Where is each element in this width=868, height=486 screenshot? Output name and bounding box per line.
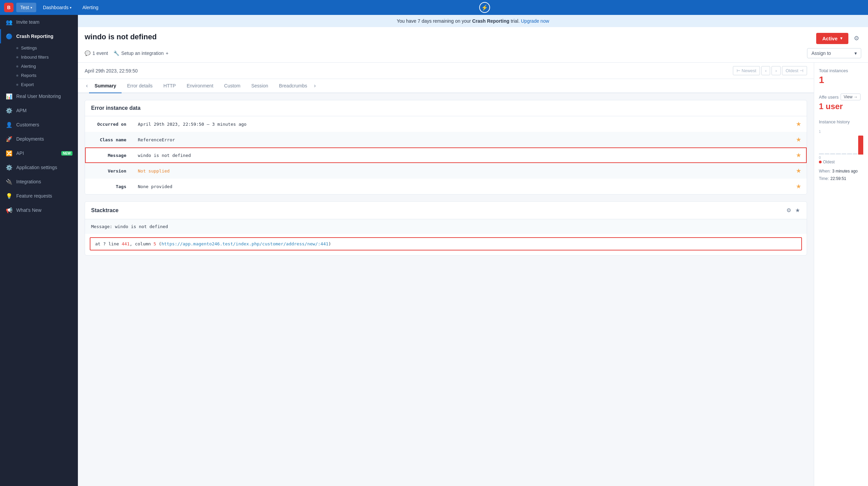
- tab-environment[interactable]: Environment: [181, 79, 219, 93]
- assign-to-label: Assign to: [811, 50, 831, 56]
- total-instances-label: Total instances: [819, 68, 863, 73]
- sidebar-sub-export[interactable]: Export: [0, 80, 78, 89]
- sidebar-sub-reports[interactable]: Reports: [0, 71, 78, 80]
- occurred-star[interactable]: ★: [790, 116, 807, 132]
- nav-dashboards[interactable]: Dashboards ▾: [39, 3, 76, 12]
- pager-newest-button[interactable]: ⊢ Newest: [733, 66, 760, 75]
- sidebar-item-app-settings[interactable]: ⚙️ Application settings: [0, 160, 78, 175]
- crash-reporting-icon: 🔵: [5, 33, 13, 40]
- issue-header: windo is not defined Active ▾ ⚙ 💬 1 even…: [78, 27, 868, 63]
- active-button[interactable]: Active ▾: [816, 33, 848, 44]
- tabs-prev-button[interactable]: ‹: [85, 79, 89, 92]
- sidebar-sub-settings[interactable]: Settings: [0, 43, 78, 53]
- nav-test-chevron: ▾: [30, 6, 32, 9]
- error-instance-header: Error instance data: [85, 100, 807, 116]
- error-instance-title: Error instance data: [91, 105, 141, 111]
- right-sidebar: Total instances 1 Affe users View → 1 us…: [814, 63, 868, 486]
- sidebar-item-feature-requests[interactable]: 💡 Feature requests: [0, 189, 78, 203]
- instance-history-block: Instance history 1: [819, 119, 863, 181]
- nav-center: ⚡: [105, 2, 864, 13]
- active-chevron-icon: ▾: [840, 36, 842, 41]
- chart-bars: [819, 134, 863, 155]
- chart-bar-6: [847, 153, 852, 155]
- pager-oldest-button[interactable]: Oldest ⊣: [782, 66, 807, 75]
- main-layout: 👥 Invite team 🔵 Crash Reporting Settings…: [0, 15, 868, 486]
- sidebar-item-invite-team[interactable]: 👥 Invite team: [0, 15, 78, 29]
- when-label: When:: [819, 169, 831, 174]
- trial-upgrade-link[interactable]: Upgrade now: [521, 18, 549, 24]
- view-button[interactable]: View →: [841, 94, 861, 100]
- lightning-icon[interactable]: ⚡: [479, 2, 490, 13]
- event-count-label: 1 event: [92, 50, 108, 56]
- time-label: Time:: [819, 176, 829, 181]
- setup-integration[interactable]: 🔧 Setup an integration +: [113, 50, 169, 56]
- code-url[interactable]: https://app.magento246.test/index.php/cu…: [162, 241, 329, 246]
- sidebar-item-rum[interactable]: 📊 Real User Monitoring: [0, 89, 78, 103]
- classname-value: ReferenceError: [132, 133, 790, 146]
- main-body: April 29th 2023, 22:59:50 ⊢ Newest ‹ › O…: [78, 63, 868, 486]
- classname-label: Class name: [85, 133, 132, 146]
- issue-gear-button[interactable]: ⚙: [852, 33, 861, 44]
- version-value: Not supplied: [132, 164, 790, 178]
- tab-http[interactable]: HTTP: [158, 79, 182, 93]
- whats-new-label: What's New: [16, 207, 41, 213]
- stacktrace-gear-button[interactable]: ⚙: [786, 206, 792, 214]
- stacktrace-star-button[interactable]: ★: [795, 206, 801, 214]
- sidebar-item-apm[interactable]: ⚙️ APM: [0, 103, 78, 118]
- classname-star[interactable]: ★: [790, 132, 807, 147]
- sidebar-item-customers[interactable]: 👤 Customers: [0, 118, 78, 132]
- line-number: 441: [122, 241, 129, 246]
- rum-icon: 📊: [5, 93, 13, 100]
- nav-test[interactable]: Test ▾: [16, 3, 36, 12]
- deployments-label: Deployments: [16, 136, 44, 142]
- tab-breadcrumbs[interactable]: Breadcrumbs: [274, 79, 313, 93]
- tab-session[interactable]: Session: [246, 79, 274, 93]
- integration-icon: 🔧: [113, 50, 119, 56]
- invite-team-icon: 👥: [5, 18, 13, 26]
- version-label: Version: [85, 164, 132, 178]
- nav-test-label: Test: [20, 5, 29, 10]
- sidebar-item-api[interactable]: 🔀 API NEW: [0, 146, 78, 160]
- when-block: When: 3 minutes ago: [819, 168, 863, 174]
- sidebar-item-whats-new[interactable]: 📢 What's New: [0, 203, 78, 217]
- message-value: windo is not defined: [132, 149, 790, 162]
- plus-icon: +: [166, 50, 168, 56]
- instance-history-label: Instance history: [819, 119, 863, 124]
- tab-custom[interactable]: Custom: [219, 79, 246, 93]
- error-instance-card: Error instance data Occurred on April 29…: [85, 100, 807, 195]
- when-value: 3 minutes ago: [832, 169, 858, 174]
- tab-error-details[interactable]: Error details: [122, 79, 158, 93]
- sidebar-item-integrations[interactable]: 🔌 Integrations: [0, 175, 78, 189]
- occurred-label: Occurred on: [85, 118, 132, 131]
- issue-title-row: windo is not defined Active ▾ ⚙: [85, 33, 861, 44]
- occurred-value: April 29th 2023, 22:59:50 – 3 minutes ag…: [132, 118, 790, 131]
- sidebar-sub-alerting[interactable]: Alerting: [0, 62, 78, 71]
- tags-star[interactable]: ★: [790, 179, 807, 194]
- chart-bar-7: [853, 153, 858, 155]
- assign-to-select[interactable]: Assign to ▾: [807, 48, 861, 58]
- sidebar: 👥 Invite team 🔵 Crash Reporting Settings…: [0, 15, 78, 486]
- nav-alerting[interactable]: Alerting: [78, 3, 102, 12]
- app-logo[interactable]: B: [4, 3, 14, 12]
- chart-bar-1: [819, 153, 824, 155]
- sidebar-sub-inbound-filters[interactable]: Inbound filters: [0, 53, 78, 62]
- sidebar-item-deployments[interactable]: 🚀 Deployments: [0, 132, 78, 146]
- error-row-occurred: Occurred on April 29th 2023, 22:59:50 – …: [85, 116, 807, 132]
- tab-summary[interactable]: Summary: [89, 79, 122, 93]
- apm-label: APM: [16, 108, 26, 113]
- center-panel: April 29th 2023, 22:59:50 ⊢ Newest ‹ › O…: [78, 63, 814, 486]
- affected-users-value: 1 user: [819, 102, 863, 111]
- error-row-version: Version Not supplied ★: [85, 163, 807, 179]
- pager-next-button[interactable]: ›: [771, 66, 780, 75]
- invite-team-label: Invite team: [16, 19, 39, 25]
- version-star[interactable]: ★: [790, 163, 807, 179]
- chart-bar-3: [830, 153, 835, 155]
- chart-bar-5: [842, 153, 847, 155]
- pager-prev-button[interactable]: ‹: [761, 66, 770, 75]
- integrations-label: Integrations: [16, 179, 41, 184]
- whats-new-icon: 📢: [5, 206, 13, 214]
- tabs-next-button[interactable]: ›: [313, 79, 317, 92]
- stacktrace-card: Stacktrace ⚙ ★ Message: windo is not def…: [85, 201, 807, 256]
- sidebar-item-crash-reporting[interactable]: 🔵 Crash Reporting: [0, 29, 78, 43]
- message-star[interactable]: ★: [790, 147, 807, 163]
